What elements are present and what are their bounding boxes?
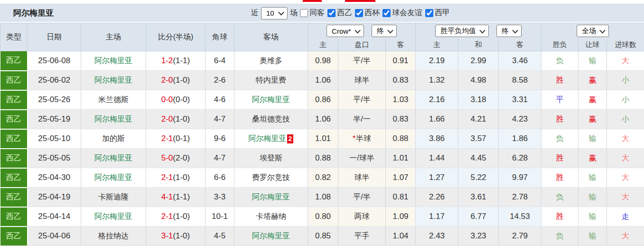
odds-home-value: 0.82 (315, 173, 331, 182)
corners-value: 4-5 (214, 231, 226, 240)
home-team-link[interactable]: 阿尔梅里亚 (94, 76, 132, 84)
checkbox[interactable] (300, 9, 308, 17)
corners-value: 4-7 (214, 114, 226, 123)
score-cell: 3-1(1-0) (146, 227, 205, 246)
odds-time-select[interactable]: 终 (372, 25, 397, 37)
checkbox[interactable] (327, 9, 336, 17)
half-score: (1-0) (173, 76, 190, 85)
avg-time-value: 终 (502, 27, 509, 36)
date-cell: 25-05-19 (28, 110, 81, 129)
away-team-cell: 卡塔赫纳 (234, 207, 308, 227)
home-team-cell: 米兰德斯 (81, 90, 146, 110)
league-type-cell: 西乙 (0, 90, 28, 110)
home-team-link[interactable]: 加的斯 (102, 134, 125, 142)
home-team-cell: 阿尔梅里亚 (81, 168, 146, 188)
full-score: 2-0 (161, 114, 173, 123)
away-team-link[interactable]: 特内里费 (256, 76, 286, 84)
chevron-down-icon (278, 9, 284, 16)
avg-away-cell: 3.31 (499, 90, 541, 110)
home-team-link[interactable]: 阿尔梅里亚 (94, 173, 132, 181)
result-cell: 负 (541, 227, 579, 246)
home-team-link[interactable]: 阿尔梅里亚 (94, 212, 132, 220)
away-team-link[interactable]: 阿尔梅里亚 (252, 232, 290, 240)
odds-away-value: 0.88 (392, 134, 408, 143)
subheader-avg-draw: 和 (458, 39, 499, 51)
away-team-link[interactable]: 埃登斯 (260, 154, 282, 162)
handicap-result-value: 赢 (589, 95, 597, 104)
home-team-link[interactable]: 阿尔梅里亚 (94, 154, 132, 162)
avg-home-value: 1.44 (429, 153, 445, 162)
col-header-home: 主场 (81, 23, 146, 51)
odds-company-value: Crow* (332, 27, 351, 35)
goals-value: 大 (622, 57, 629, 65)
result-cell: 胜 (541, 110, 579, 129)
match-row: 西乙25-05-10加的斯2-1(0-1)9-6阿尔梅里亚21.01*半球0.8… (0, 129, 644, 149)
recent-count-select[interactable]: 10 (261, 7, 288, 19)
odds-away-cell: 0.83 (386, 71, 416, 90)
avg-away-value: 2.79 (512, 231, 528, 240)
odds-away-cell: 1.04 (386, 227, 416, 246)
goals-cell: 小 (607, 110, 644, 129)
away-team-link[interactable]: 阿尔梅里亚 (249, 134, 287, 142)
avg-draw-value: 3.57 (470, 134, 486, 143)
odds-home-cell: 0.98 (308, 51, 338, 71)
half-score: (1-1) (173, 56, 190, 65)
league-filter-西乙[interactable]: 西乙 (327, 8, 352, 18)
odds-home-cell: 0.86 (308, 90, 338, 110)
checkbox[interactable] (383, 9, 391, 17)
match-date: 25-06-08 (38, 56, 70, 65)
checkbox-label: 西乙 (337, 8, 352, 18)
league-filter-西杯[interactable]: 西杯 (355, 8, 380, 18)
chevron-down-icon (599, 27, 606, 33)
away-team-cell: 奥维多 (234, 51, 308, 71)
score-cell: 2-1(1-0) (146, 168, 205, 188)
league-filter-球会友谊[interactable]: 球会友谊 (383, 8, 422, 18)
avg-type-select[interactable]: 胜平负均值 (435, 25, 489, 37)
away-team-link[interactable]: 费罗尔竞技 (252, 173, 290, 181)
half-score: (0-0) (173, 95, 190, 104)
away-team-cell: 费罗尔竞技 (234, 168, 308, 188)
scope-select[interactable]: 全场 (577, 25, 609, 37)
result-value: 负 (556, 57, 564, 65)
away-team-link[interactable]: 阿尔梅里亚 (252, 95, 290, 104)
away-team-link[interactable]: 卡塔赫纳 (256, 212, 286, 220)
handicap-value: 一/球半 (349, 154, 374, 162)
avg-away-value: 4.23 (512, 114, 528, 123)
league-filter-同客[interactable]: 同客 (300, 8, 325, 18)
checkbox[interactable] (355, 9, 363, 17)
avg-time-select[interactable]: 终 (496, 25, 522, 37)
home-team-link[interactable]: 卡斯迪隆 (98, 193, 129, 201)
away-team-link[interactable]: 桑坦德竞技 (252, 115, 290, 123)
subheader-avg-home: 主 (416, 39, 458, 51)
league-filter-西甲[interactable]: 西甲 (425, 8, 450, 18)
home-team-cell: 阿尔梅里亚 (81, 110, 146, 129)
odds-company-select[interactable]: Crow* (327, 25, 364, 37)
score-cell: 2-1(0-1) (146, 129, 205, 149)
home-team-link[interactable]: 米兰德斯 (98, 95, 129, 104)
avg-draw-cell: 4.98 (458, 71, 499, 90)
avg-home-cell: 2.19 (416, 51, 458, 71)
avg-draw-cell: 3.18 (458, 90, 499, 110)
odds-home-value: 0.80 (315, 212, 331, 221)
away-team-link[interactable]: 阿尔梅里亚 (252, 193, 290, 201)
league-type-label: 西乙 (6, 232, 21, 240)
league-type-cell: 西乙 (0, 149, 28, 168)
checkbox[interactable] (425, 9, 433, 17)
goals-cell: 小 (607, 71, 644, 90)
avg-draw-value: 6.77 (470, 212, 486, 221)
avg-away-value: 9.97 (512, 173, 528, 182)
home-team-link[interactable]: 阿尔梅里亚 (94, 115, 132, 123)
home-team-link[interactable]: 格拉纳达 (98, 232, 129, 240)
league-type-label: 西乙 (6, 76, 21, 84)
result-value: 负 (556, 134, 564, 142)
avg-home-value: 3.86 (429, 134, 445, 143)
handicap-cell: 半/一 (338, 110, 386, 129)
avg-home-value: 1.27 (429, 173, 445, 182)
home-team-link[interactable]: 阿尔梅里亚 (94, 57, 132, 65)
avg-home-value: 2.16 (429, 95, 445, 104)
handicap-result-cell: 输 (579, 168, 607, 188)
away-team-link[interactable]: 奥维多 (260, 57, 282, 65)
avg-home-value: 1.32 (429, 76, 445, 85)
filter-controls: 近 10 场 同客西乙西杯球会友谊西甲 (194, 7, 450, 19)
avg-draw-cell: 3.57 (458, 129, 499, 149)
